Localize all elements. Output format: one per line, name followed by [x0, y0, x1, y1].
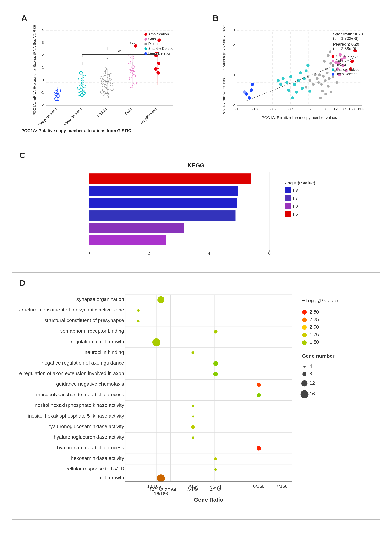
svg-point-177 [317, 81, 320, 84]
svg-point-229 [332, 64, 334, 67]
svg-text:Gene Ratio: Gene Ratio [194, 497, 223, 503]
svg-text:Amplification: Amplification [336, 54, 355, 58]
svg-point-67 [107, 92, 110, 94]
svg-point-83 [129, 69, 132, 72]
svg-point-74 [106, 96, 109, 98]
svg-text:Gain: Gain [148, 37, 156, 41]
svg-point-321 [213, 372, 218, 376]
svg-point-178 [316, 77, 319, 80]
svg-point-329 [214, 457, 217, 460]
svg-text:-0.8: -0.8 [252, 107, 258, 111]
panel-a-chart: -2 -1 0 1 2 3 4 Deep Deletion Shallow De… [21, 25, 193, 125]
svg-text:inositol hexakisphosphate kina: inositol hexakisphosphate kinase activit… [34, 403, 124, 408]
svg-text:POC1A: Relative linear copy-nu: POC1A: Relative linear copy-number value… [262, 116, 337, 120]
svg-text:0: 0 [42, 78, 44, 82]
svg-text:inositol hexakisphosphate 5−ki: inositol hexakisphosphate 5−kinase activ… [28, 413, 124, 419]
svg-point-63 [109, 73, 112, 76]
svg-point-190 [301, 87, 304, 90]
svg-text:hyaluronoglucosaminidase activ: hyaluronoglucosaminidase activity [48, 424, 124, 429]
svg-point-171 [323, 60, 326, 63]
svg-point-225 [332, 55, 334, 58]
svg-rect-264 [285, 203, 291, 209]
svg-point-59 [104, 75, 106, 78]
svg-text:-0.4: -0.4 [288, 107, 294, 111]
svg-point-227 [332, 60, 334, 62]
svg-text:***: *** [130, 41, 135, 47]
svg-point-70 [104, 85, 107, 88]
svg-text:Shallow Deletion: Shallow Deletion [148, 47, 175, 50]
svg-point-189 [289, 75, 292, 78]
svg-point-315 [137, 309, 140, 312]
svg-text:16: 16 [309, 391, 315, 397]
svg-text:8: 8 [309, 371, 312, 376]
svg-point-320 [213, 361, 218, 366]
svg-point-121 [144, 48, 147, 50]
svg-text:Shallow Deletion: Shallow Deletion [336, 68, 361, 71]
svg-point-168 [327, 85, 329, 88]
svg-point-199 [277, 79, 280, 82]
svg-text:4: 4 [309, 363, 312, 369]
svg-text:Deep Deletion: Deep Deletion [336, 72, 357, 76]
svg-text:1.4: 1.4 [359, 107, 364, 111]
svg-text:2: 2 [233, 43, 235, 47]
svg-text:mucopolysaccharide metabolic p: mucopolysaccharide metabolic process [36, 392, 124, 398]
svg-text:1.6: 1.6 [293, 204, 298, 208]
svg-text:1: 1 [233, 58, 235, 62]
svg-text:1: 1 [42, 65, 44, 70]
svg-point-169 [318, 73, 321, 76]
svg-point-314 [157, 297, 164, 304]
svg-text:-0.2: -0.2 [306, 107, 311, 111]
svg-point-191 [285, 81, 288, 84]
svg-text:negative regulation of axon ex: negative regulation of axon extension in… [19, 370, 124, 376]
svg-point-318 [152, 338, 161, 347]
svg-point-231 [332, 68, 334, 71]
svg-text:-2: -2 [231, 103, 235, 107]
svg-point-85 [133, 74, 136, 77]
svg-text:Deep Deletion: Deep Deletion [148, 51, 171, 55]
svg-text:0: 0 [233, 73, 235, 77]
panel-b: B -2 [203, 8, 380, 137]
svg-point-164 [320, 83, 323, 86]
svg-text:Amplification: Amplification [139, 107, 158, 125]
svg-point-117 [144, 38, 147, 41]
svg-point-327 [192, 436, 194, 439]
svg-text:hexosaminidase activity: hexosaminidase activity [71, 455, 124, 461]
panel-d-chart: synapse organization structural constitu… [19, 290, 373, 507]
svg-point-182 [307, 75, 309, 78]
svg-text:structural constituent of pres: structural constituent of presynapse [44, 318, 124, 323]
svg-point-325 [192, 416, 194, 418]
svg-text:Pearson: 0.29: Pearson: 0.29 [333, 42, 359, 46]
svg-text:-2: -2 [40, 103, 44, 107]
svg-point-115 [144, 33, 147, 36]
svg-rect-255 [89, 223, 184, 233]
svg-rect-251 [89, 198, 237, 208]
svg-text:1.50: 1.50 [309, 340, 319, 345]
svg-text:1.5: 1.5 [293, 212, 298, 216]
panel-c-label: C [19, 151, 373, 160]
svg-text:Gain: Gain [336, 59, 343, 63]
svg-text:4/166: 4/166 [210, 488, 221, 493]
svg-text:2: 2 [147, 251, 150, 256]
svg-text:0: 0 [325, 107, 327, 111]
svg-text:regulation of cell growth: regulation of cell growth [71, 339, 124, 345]
svg-text:hyaluronan metabolic process: hyaluronan metabolic process [57, 445, 124, 451]
svg-text:-1: -1 [231, 88, 235, 92]
svg-text:-0.6: -0.6 [270, 107, 276, 111]
svg-point-123 [144, 52, 147, 55]
svg-point-47 [83, 75, 86, 78]
svg-point-347 [302, 310, 307, 315]
svg-point-61 [105, 90, 107, 92]
svg-text:cellular response to UV−B: cellular response to UV−B [66, 466, 124, 472]
svg-text:synapse organization: synapse organization [77, 296, 124, 302]
svg-text:Diploid: Diploid [336, 63, 346, 67]
svg-text:hyaluronoglucuronidase activit: hyaluronoglucuronidase activity [54, 434, 124, 440]
svg-text:7/166: 7/166 [276, 484, 287, 489]
svg-text:1.7: 1.7 [293, 196, 298, 200]
svg-point-331 [157, 474, 165, 482]
svg-point-233 [332, 73, 334, 76]
svg-point-180 [312, 83, 315, 86]
svg-text:2: 2 [42, 53, 44, 57]
svg-text:structural constituent of pres: structural constituent of presynaptic ac… [19, 307, 124, 313]
svg-text:3: 3 [42, 40, 44, 45]
svg-text:1.8: 1.8 [293, 188, 298, 192]
